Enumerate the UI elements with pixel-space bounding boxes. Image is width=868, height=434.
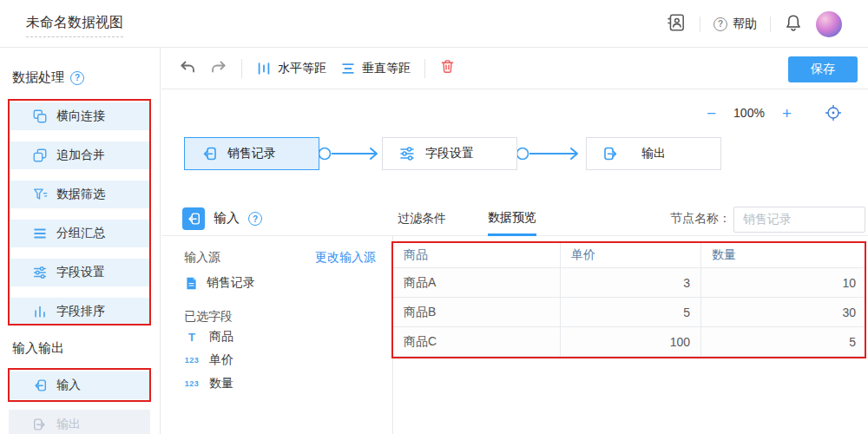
table-row: 商品C 100 5 [393,327,866,357]
panel-help-icon[interactable]: ? [248,212,262,226]
field-row-quantity[interactable]: 123 数量 [182,376,233,391]
help-label: 帮助 [733,16,757,32]
input-icon [201,145,218,162]
locate-icon [825,104,842,122]
text-type-icon: T [182,331,201,344]
field-row-product[interactable]: T 商品 [182,329,233,345]
zoom-out-button[interactable]: − [707,105,716,122]
topbar-actions: ? 帮助 [666,0,842,48]
output-icon [32,417,48,432]
sidebar-item-append-merge[interactable]: 追加合并 [9,141,150,169]
number-type-icon: 123 [182,379,201,388]
sliders-icon [398,145,416,162]
user-avatar[interactable] [816,11,842,37]
source-file-row[interactable]: 销售记录 [184,275,255,291]
save-button[interactable]: 保存 [788,56,858,82]
trash-icon [439,58,456,75]
sidebar-item-field-settings[interactable]: 字段设置 [9,259,150,286]
flow-canvas[interactable]: − 100% + 销售记录 [161,90,868,201]
delete-node-button[interactable] [439,58,456,78]
filter-icon [32,187,48,202]
redo-button[interactable] [210,58,227,79]
flow-node-sales-records[interactable]: 销售记录 [184,137,319,170]
divider [770,16,771,32]
help-button[interactable]: ? 帮助 [713,16,757,32]
column-header[interactable]: 商品 [393,243,561,267]
help-icon: ? [713,17,727,31]
sliders-icon [32,265,48,280]
vertical-spacing-button[interactable]: 垂直等距 [340,61,411,76]
flow-node-field-settings[interactable]: 字段设置 [382,137,517,170]
sidebar-item-horizontal-join[interactable]: 横向连接 [9,102,150,130]
input-source-label: 输入源 [184,250,220,266]
sidebar-item-data-filter[interactable]: 数据筛选 [9,181,150,208]
section-help-icon[interactable]: ? [70,71,84,85]
sidebar-item-field-sort[interactable]: 字段排序 [9,298,150,326]
sidebar-item-input[interactable]: 输入 [9,372,150,399]
topbar: 未命名数据视图 ? 帮助 [0,0,868,48]
vertical-spacing-icon [340,61,356,76]
input-icon [32,378,48,393]
contacts-icon[interactable] [666,12,687,36]
table-header-row: 商品 单价 数量 [393,243,866,268]
zoom-in-button[interactable]: + [782,105,792,122]
node-name-label: 节点名称： [670,211,731,227]
section-input-output: 输入输出 [12,340,64,357]
node-panel-header: 输入 ? 过滤条件 数据预览 节点名称： [161,201,868,236]
column-header[interactable]: 单价 [561,243,701,267]
data-view-editor: 未命名数据视图 ? 帮助 [0,0,868,434]
divider [700,16,700,32]
section-data-processing: 数据处理 ? [12,69,84,86]
node-label: 输出 [641,146,666,161]
notification-bell-icon[interactable] [784,13,803,36]
input-node-badge [182,207,205,230]
undo-icon [179,58,196,76]
node-name-input[interactable] [733,207,865,233]
canvas-toolbar: 水平等距 垂直等距 保存 [161,48,868,89]
tab-data-preview[interactable]: 数据预览 [488,201,536,236]
node-label: 销售记录 [227,146,276,161]
fit-view-button[interactable] [825,104,842,122]
node-label: 字段设置 [425,146,474,161]
redo-icon [210,58,227,76]
selected-fields-label: 已选字段 [184,309,233,325]
page-title[interactable]: 未命名数据视图 [26,14,123,37]
source-file-name: 销售记录 [207,275,255,291]
table-row: 商品B 5 30 [393,298,866,327]
number-type-icon: 123 [182,356,201,365]
column-header[interactable]: 数量 [701,243,866,267]
join-icon [32,108,48,124]
horizontal-spacing-icon [256,61,272,76]
file-icon [184,276,199,291]
flow-node-output[interactable]: 输出 [586,137,721,170]
tab-filter-conditions[interactable]: 过滤条件 [398,201,446,236]
zoom-controls: − 100% + [707,104,842,122]
sidebar: 数据处理 ? 横向连接 追加合并 数据筛选 [0,48,161,434]
output-icon [602,145,620,162]
divider [424,59,425,78]
undo-button[interactable] [179,58,196,79]
field-sort-icon [32,304,48,319]
field-row-unit-price[interactable]: 123 单价 [182,352,233,368]
table-row: 商品A 3 10 [393,268,866,298]
sidebar-item-output: 输出 [9,410,150,434]
append-icon [32,148,48,163]
node-panel-body: 输入源 更改输入源 销售记录 已选字段 T 商品 123 单价 123 数量 商 [161,236,868,434]
group-summary-icon [32,226,48,241]
horizontal-spacing-button[interactable]: 水平等距 [256,61,326,76]
change-source-link[interactable]: 更改输入源 [315,250,376,266]
divider [241,59,242,78]
sidebar-item-group-summary[interactable]: 分组汇总 [9,220,150,247]
input-icon [186,211,201,227]
panel-title: 输入 [214,210,240,227]
zoom-level: 100% [733,106,765,120]
data-preview-table: 商品 单价 数量 商品A 3 10 商品B 5 30 商品C 100 5 [393,243,866,357]
